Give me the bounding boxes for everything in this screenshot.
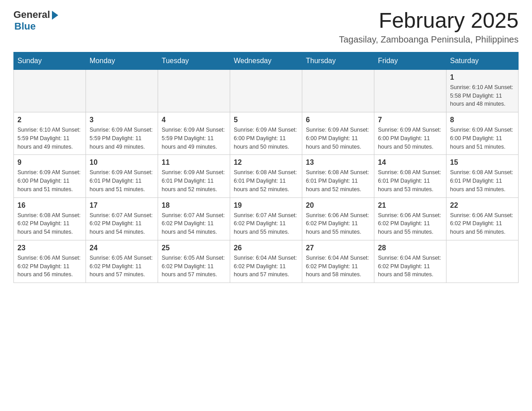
day-cell: 19Sunrise: 6:07 AM Sunset: 6:02 PM Dayli… xyxy=(230,197,302,240)
day-info: Sunrise: 6:06 AM Sunset: 6:02 PM Dayligh… xyxy=(17,254,82,279)
title-block: February 2025 Tagasilay, Zamboanga Penin… xyxy=(339,9,519,45)
day-number: 12 xyxy=(234,158,298,167)
week-row-3: 9Sunrise: 6:09 AM Sunset: 6:00 PM Daylig… xyxy=(14,155,519,197)
day-info: Sunrise: 6:09 AM Sunset: 6:00 PM Dayligh… xyxy=(378,126,442,151)
day-info: Sunrise: 6:06 AM Sunset: 6:02 PM Dayligh… xyxy=(306,211,370,236)
day-number: 18 xyxy=(162,201,226,210)
day-cell: 9Sunrise: 6:09 AM Sunset: 6:00 PM Daylig… xyxy=(14,155,86,197)
day-info: Sunrise: 6:08 AM Sunset: 6:02 PM Dayligh… xyxy=(17,211,82,236)
logo-arrow-icon xyxy=(52,11,58,20)
day-cell: 12Sunrise: 6:08 AM Sunset: 6:01 PM Dayli… xyxy=(230,155,302,197)
day-cell: 20Sunrise: 6:06 AM Sunset: 6:02 PM Dayli… xyxy=(302,197,374,240)
day-info: Sunrise: 6:08 AM Sunset: 6:01 PM Dayligh… xyxy=(378,168,442,193)
calendar-header: SundayMondayTuesdayWednesdayThursdayFrid… xyxy=(14,52,519,69)
day-cell xyxy=(374,69,446,112)
day-number: 27 xyxy=(306,244,370,252)
header-cell-monday: Monday xyxy=(86,52,158,69)
day-cell: 23Sunrise: 6:06 AM Sunset: 6:02 PM Dayli… xyxy=(14,240,86,283)
day-number: 20 xyxy=(306,201,370,210)
day-info: Sunrise: 6:10 AM Sunset: 5:59 PM Dayligh… xyxy=(17,126,82,151)
day-info: Sunrise: 6:09 AM Sunset: 5:59 PM Dayligh… xyxy=(162,126,226,151)
day-info: Sunrise: 6:08 AM Sunset: 6:01 PM Dayligh… xyxy=(234,168,298,193)
week-row-4: 16Sunrise: 6:08 AM Sunset: 6:02 PM Dayli… xyxy=(14,197,519,240)
day-number: 14 xyxy=(378,158,442,167)
day-cell: 1Sunrise: 6:10 AM Sunset: 5:58 PM Daylig… xyxy=(446,69,519,112)
header-cell-saturday: Saturday xyxy=(446,52,519,69)
day-number: 8 xyxy=(450,116,515,124)
day-number: 16 xyxy=(17,201,82,210)
day-info: Sunrise: 6:07 AM Sunset: 6:02 PM Dayligh… xyxy=(234,211,298,236)
day-info: Sunrise: 6:09 AM Sunset: 6:00 PM Dayligh… xyxy=(450,126,515,151)
day-info: Sunrise: 6:05 AM Sunset: 6:02 PM Dayligh… xyxy=(90,254,154,279)
day-number: 26 xyxy=(234,244,298,252)
day-info: Sunrise: 6:09 AM Sunset: 6:00 PM Dayligh… xyxy=(306,126,370,151)
day-number: 3 xyxy=(90,116,154,124)
day-cell: 13Sunrise: 6:08 AM Sunset: 6:01 PM Dayli… xyxy=(302,155,374,197)
header-cell-thursday: Thursday xyxy=(302,52,374,69)
day-info: Sunrise: 6:06 AM Sunset: 6:02 PM Dayligh… xyxy=(450,211,515,236)
day-cell: 5Sunrise: 6:09 AM Sunset: 6:00 PM Daylig… xyxy=(230,112,302,155)
header-row: SundayMondayTuesdayWednesdayThursdayFrid… xyxy=(14,52,519,69)
day-info: Sunrise: 6:08 AM Sunset: 6:01 PM Dayligh… xyxy=(306,168,370,193)
calendar-body: 1Sunrise: 6:10 AM Sunset: 5:58 PM Daylig… xyxy=(14,69,519,283)
calendar-subtitle: Tagasilay, Zamboanga Peninsula, Philippi… xyxy=(339,34,519,45)
day-info: Sunrise: 6:04 AM Sunset: 6:02 PM Dayligh… xyxy=(378,254,442,279)
day-cell: 6Sunrise: 6:09 AM Sunset: 6:00 PM Daylig… xyxy=(302,112,374,155)
day-cell: 22Sunrise: 6:06 AM Sunset: 6:02 PM Dayli… xyxy=(446,197,519,240)
day-number: 13 xyxy=(306,158,370,167)
logo: General Blue xyxy=(13,9,58,32)
day-cell: 10Sunrise: 6:09 AM Sunset: 6:01 PM Dayli… xyxy=(86,155,158,197)
day-cell: 3Sunrise: 6:09 AM Sunset: 5:59 PM Daylig… xyxy=(86,112,158,155)
day-number: 11 xyxy=(162,158,226,167)
day-number: 19 xyxy=(234,201,298,210)
header-cell-sunday: Sunday xyxy=(14,52,86,69)
day-cell: 11Sunrise: 6:09 AM Sunset: 6:01 PM Dayli… xyxy=(158,155,230,197)
day-cell: 27Sunrise: 6:04 AM Sunset: 6:02 PM Dayli… xyxy=(302,240,374,283)
day-cell xyxy=(302,69,374,112)
day-cell: 14Sunrise: 6:08 AM Sunset: 6:01 PM Dayli… xyxy=(374,155,446,197)
day-cell: 24Sunrise: 6:05 AM Sunset: 6:02 PM Dayli… xyxy=(86,240,158,283)
day-number: 24 xyxy=(90,244,154,252)
day-info: Sunrise: 6:09 AM Sunset: 6:00 PM Dayligh… xyxy=(234,126,298,151)
week-row-5: 23Sunrise: 6:06 AM Sunset: 6:02 PM Dayli… xyxy=(14,240,519,283)
day-number: 5 xyxy=(234,116,298,124)
day-number: 23 xyxy=(17,244,82,252)
day-number: 15 xyxy=(450,158,515,167)
day-info: Sunrise: 6:06 AM Sunset: 6:02 PM Dayligh… xyxy=(378,211,442,236)
logo-general-text: General xyxy=(13,9,50,21)
day-number: 21 xyxy=(378,201,442,210)
header-cell-friday: Friday xyxy=(374,52,446,69)
day-info: Sunrise: 6:09 AM Sunset: 6:01 PM Dayligh… xyxy=(90,168,154,193)
day-info: Sunrise: 6:10 AM Sunset: 5:58 PM Dayligh… xyxy=(450,83,515,108)
week-row-1: 1Sunrise: 6:10 AM Sunset: 5:58 PM Daylig… xyxy=(14,69,519,112)
day-number: 7 xyxy=(378,116,442,124)
day-number: 1 xyxy=(450,73,515,81)
day-cell: 17Sunrise: 6:07 AM Sunset: 6:02 PM Dayli… xyxy=(86,197,158,240)
day-cell: 26Sunrise: 6:04 AM Sunset: 6:02 PM Dayli… xyxy=(230,240,302,283)
day-info: Sunrise: 6:04 AM Sunset: 6:02 PM Dayligh… xyxy=(306,254,370,279)
day-number: 28 xyxy=(378,244,442,252)
day-cell: 8Sunrise: 6:09 AM Sunset: 6:00 PM Daylig… xyxy=(446,112,519,155)
day-info: Sunrise: 6:09 AM Sunset: 6:01 PM Dayligh… xyxy=(162,168,226,193)
day-cell xyxy=(86,69,158,112)
day-cell: 18Sunrise: 6:07 AM Sunset: 6:02 PM Dayli… xyxy=(158,197,230,240)
day-cell xyxy=(230,69,302,112)
day-cell: 15Sunrise: 6:08 AM Sunset: 6:01 PM Dayli… xyxy=(446,155,519,197)
day-number: 6 xyxy=(306,116,370,124)
day-cell: 21Sunrise: 6:06 AM Sunset: 6:02 PM Dayli… xyxy=(374,197,446,240)
day-info: Sunrise: 6:04 AM Sunset: 6:02 PM Dayligh… xyxy=(234,254,298,279)
day-cell: 2Sunrise: 6:10 AM Sunset: 5:59 PM Daylig… xyxy=(14,112,86,155)
day-cell: 7Sunrise: 6:09 AM Sunset: 6:00 PM Daylig… xyxy=(374,112,446,155)
calendar-table: SundayMondayTuesdayWednesdayThursdayFrid… xyxy=(13,52,519,283)
page-header: General Blue February 2025 Tagasilay, Za… xyxy=(13,9,519,45)
day-cell: 4Sunrise: 6:09 AM Sunset: 5:59 PM Daylig… xyxy=(158,112,230,155)
day-cell xyxy=(446,240,519,283)
day-cell xyxy=(158,69,230,112)
day-number: 22 xyxy=(450,201,515,210)
day-number: 10 xyxy=(90,158,154,167)
logo-blue-text: Blue xyxy=(14,21,36,32)
day-info: Sunrise: 6:09 AM Sunset: 5:59 PM Dayligh… xyxy=(90,126,154,151)
day-number: 4 xyxy=(162,116,226,124)
day-info: Sunrise: 6:09 AM Sunset: 6:00 PM Dayligh… xyxy=(17,168,82,193)
calendar-title: February 2025 xyxy=(339,9,519,33)
